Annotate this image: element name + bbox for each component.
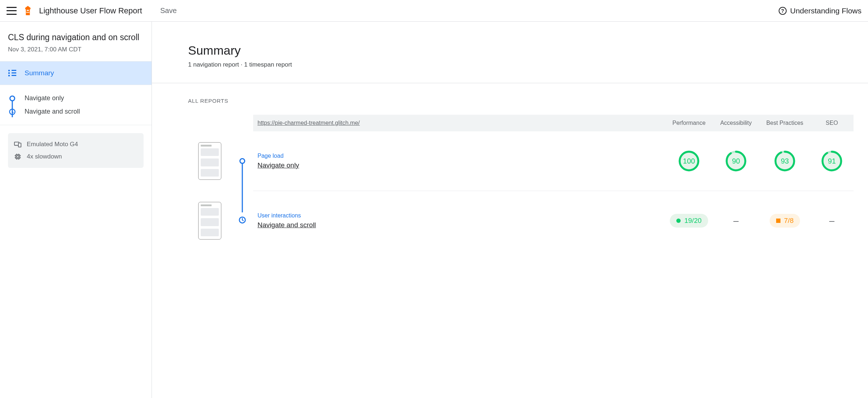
cpu-icon [14, 153, 22, 161]
list-icon [8, 69, 17, 77]
seo-na: – [810, 208, 854, 234]
sidebar-item-summary[interactable]: Summary [0, 62, 152, 85]
screenshot-thumbnail[interactable] [198, 202, 221, 240]
svg-rect-4 [18, 143, 21, 147]
device-icon [14, 140, 22, 148]
column-best-practices: Best Practices [760, 115, 810, 131]
row-type-label: Page load [258, 153, 661, 159]
help-link[interactable]: ? Understanding Flows [779, 7, 861, 15]
column-url[interactable]: https://pie-charmed-treatment.glitch.me/ [253, 115, 665, 131]
sidebar-summary-label: Summary [25, 69, 54, 77]
page-heading: Summary [188, 43, 868, 58]
device-label: Emulated Moto G4 [27, 141, 78, 148]
menu-icon[interactable] [7, 7, 17, 15]
device-row: Emulated Moto G4 [14, 138, 138, 151]
gauge-accessibility[interactable]: 90 [724, 149, 748, 173]
save-button[interactable]: Save [160, 7, 177, 15]
svg-rect-0 [27, 10, 29, 11]
sidebar-step-navigate-and-scroll[interactable]: Navigate and scroll [8, 105, 144, 118]
lighthouse-logo-icon [24, 6, 32, 16]
svg-rect-5 [16, 155, 20, 159]
app-title: Lighthouse User Flow Report [39, 6, 142, 16]
report-row-navigate-only[interactable]: Page load Navigate only [253, 149, 665, 173]
report-row-navigate-and-scroll[interactable]: User interactions Navigate and scroll [253, 209, 665, 233]
gauge-best-practices[interactable]: 93 [773, 149, 796, 173]
cpu-label: 4x slowdown [27, 153, 62, 160]
all-reports-label: ALL REPORTS [188, 98, 854, 104]
timespan-marker-icon [238, 216, 246, 226]
navigation-marker-icon [239, 158, 245, 164]
row-type-label: User interactions [258, 212, 661, 219]
navigation-marker-icon [9, 96, 15, 101]
row-name-label: Navigate and scroll [258, 221, 661, 229]
sidebar-step-navigate-only[interactable]: Navigate only [8, 92, 144, 105]
sidebar-steps: Navigate only Navigate and scroll [0, 85, 152, 125]
accessibility-na: – [712, 208, 760, 234]
column-performance: Performance [665, 115, 712, 131]
gauge-seo[interactable]: 91 [820, 149, 843, 173]
page-subheading: 1 navigation report · 1 timespan report [188, 61, 868, 68]
column-seo: SEO [810, 115, 854, 131]
step-label: Navigate only [25, 94, 64, 102]
svg-rect-6 [17, 156, 19, 158]
topbar: Lighthouse User Flow Report Save ? Under… [0, 0, 868, 22]
environment-box: Emulated Moto G4 4x slowdown [8, 133, 144, 168]
svg-rect-1 [26, 12, 29, 13]
main-content: Summary 1 navigation report · 1 timespan… [152, 22, 868, 398]
help-icon: ? [779, 7, 787, 15]
cpu-row: 4x slowdown [14, 151, 138, 163]
reports-table: https://pie-charmed-treatment.glitch.me/… [188, 115, 854, 250]
sidebar: CLS during navigation and on scroll Nov … [0, 22, 152, 398]
fraction-best-practices[interactable]: 7/8 [770, 214, 800, 228]
screenshot-thumbnail[interactable] [198, 142, 221, 180]
flow-title: CLS during navigation and on scroll [8, 33, 144, 42]
sidebar-header: CLS during navigation and on scroll Nov … [0, 22, 152, 62]
fraction-performance[interactable]: 19/20 [670, 214, 708, 228]
flow-date: Nov 3, 2021, 7:00 AM CDT [8, 46, 144, 53]
help-label: Understanding Flows [790, 7, 861, 15]
column-accessibility: Accessibility [712, 115, 760, 131]
row-name-label: Navigate only [258, 161, 661, 169]
step-label: Navigate and scroll [25, 108, 80, 115]
gauge-performance[interactable]: 100 [677, 149, 701, 173]
